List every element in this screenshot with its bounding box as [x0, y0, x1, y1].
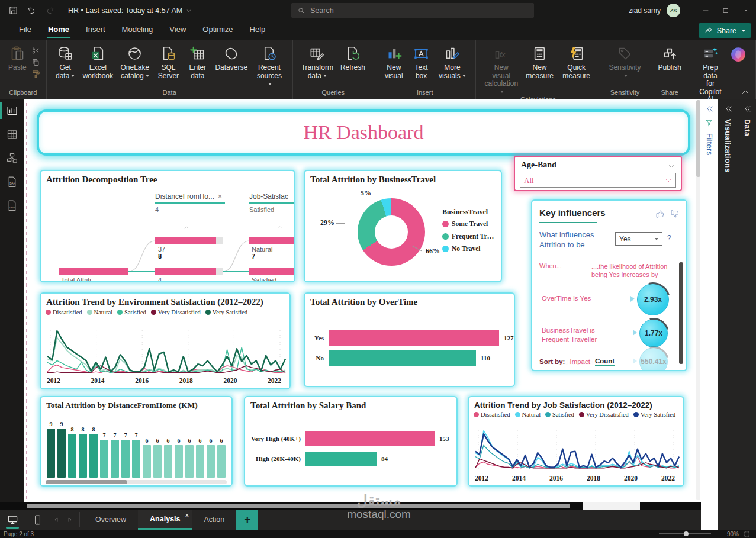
bar[interactable]	[175, 445, 183, 478]
dax-query-view-button[interactable]: DAX	[0, 170, 24, 194]
impact-bubble[interactable]: 2.93x	[637, 284, 669, 315]
legend-item[interactable]: Some Travel	[442, 220, 494, 227]
legend-item[interactable]: Very Dissatisfied	[151, 309, 201, 315]
document-title[interactable]: HR • Last saved: Today at 4:57 AM	[68, 7, 192, 15]
chevron-down-icon[interactable]	[668, 163, 675, 170]
business-travel-donut-visual[interactable]: Total Attrition by BusinessTravel 5% 29%…	[304, 170, 502, 282]
thumbs-down-icon[interactable]	[670, 209, 680, 219]
scrollbar[interactable]	[46, 480, 227, 484]
impact-bubble[interactable]: 550.41x	[639, 347, 668, 371]
mobile-layout-button[interactable]	[25, 510, 50, 530]
legend-item[interactable]: Satisfied	[545, 411, 574, 418]
page-tab-action[interactable]: Action	[192, 510, 237, 530]
legend-item[interactable]: Very Satisfied	[633, 411, 675, 418]
salary-band-bar-visual[interactable]: Total Attrition by Salary Band Very High…	[244, 396, 458, 487]
bar[interactable]	[207, 445, 215, 478]
influencer-factor[interactable]: BusinessTravel is Frequent Traveller	[542, 326, 617, 344]
legend-item[interactable]: Dissatisfied	[46, 309, 82, 315]
legend-item[interactable]: Natural	[515, 411, 541, 418]
line-chart[interactable]	[46, 328, 287, 375]
prep-data-for-copilot-ai-button[interactable]: Prep data for Copilot AI	[695, 44, 726, 104]
bar[interactable]	[329, 350, 476, 366]
close-button[interactable]	[736, 0, 756, 21]
user-name[interactable]: ziad samy	[629, 7, 661, 15]
share-button[interactable]: Share	[699, 23, 751, 38]
report-view-button[interactable]	[0, 99, 24, 123]
enter-data-button[interactable]: Enter data	[184, 44, 211, 80]
desktop-layout-button[interactable]	[0, 510, 25, 530]
tree-node-bar-root[interactable]	[59, 268, 128, 275]
save-icon[interactable]	[8, 5, 18, 15]
menu-item-file[interactable]: File	[11, 21, 40, 40]
model-view-button[interactable]	[0, 146, 24, 170]
influencer-factor[interactable]: OverTime is Yes	[542, 294, 617, 303]
excel-workbook-button[interactable]: Excel workbook	[79, 44, 117, 80]
dataverse-button[interactable]: Dataverse	[211, 44, 251, 72]
donut-chart[interactable]	[358, 198, 425, 266]
bar[interactable]	[121, 440, 130, 478]
legend-item[interactable]: Very Satisfied	[205, 309, 247, 315]
legend-item[interactable]: Satisfied	[117, 309, 146, 315]
decomposition-tree-visual[interactable]: Attrition Decomposition Tree DistanceFro…	[40, 170, 295, 282]
copilot-button[interactable]	[726, 44, 751, 63]
minimize-button[interactable]	[696, 0, 716, 21]
menu-item-home[interactable]: Home	[40, 21, 78, 40]
undo-icon[interactable]	[27, 5, 37, 15]
zoom-out-icon[interactable]	[648, 531, 654, 537]
bar[interactable]	[89, 434, 98, 478]
maximize-button[interactable]	[716, 0, 736, 21]
onelake-catalog-button[interactable]: OneLake catalog	[117, 44, 153, 80]
page-tab-analysis[interactable]: Analysisx	[138, 510, 192, 530]
previous-page-button[interactable]	[50, 510, 63, 530]
tree-node-bar[interactable]	[249, 268, 294, 275]
redo-icon[interactable]	[45, 5, 55, 15]
sql-server-button[interactable]: SQL Server	[153, 44, 184, 80]
sort-impact-link[interactable]: Impact	[570, 358, 590, 365]
bar[interactable]	[153, 445, 162, 478]
next-page-button[interactable]	[63, 510, 76, 530]
data-pane-collapsed[interactable]: Data	[738, 99, 756, 530]
publish-button[interactable]: Publish	[654, 44, 684, 72]
legend-item[interactable]: Very Dissatisfied	[579, 411, 629, 418]
visualizations-pane-collapsed[interactable]: Visualizations	[718, 99, 738, 530]
bar[interactable]	[111, 440, 119, 478]
scissors-icon[interactable]	[31, 46, 40, 55]
overtime-bar-visual[interactable]: Total Attrition by OverTime Yes127No110	[304, 292, 515, 387]
bar[interactable]	[196, 445, 204, 478]
legend-item[interactable]: No Travel	[442, 245, 494, 252]
impact-bubble[interactable]: 1.77x	[639, 319, 668, 347]
bar[interactable]	[305, 431, 435, 446]
new-visual-button[interactable]: New visual	[379, 44, 409, 80]
copy-icon[interactable]	[31, 58, 40, 67]
report-canvas[interactable]: HR Dashboard Age-Band All Attrition Deco…	[24, 99, 701, 502]
new-measure-button[interactable]: New measure	[522, 44, 558, 80]
tree-node-bar[interactable]	[249, 237, 294, 244]
bar[interactable]	[217, 445, 226, 478]
bar[interactable]	[185, 445, 194, 478]
bar[interactable]	[132, 440, 140, 478]
bar[interactable]	[68, 434, 76, 478]
bar[interactable]	[329, 330, 499, 346]
avatar[interactable]: ZS	[667, 4, 680, 17]
canvas-vertical-scrollbar[interactable]	[696, 100, 700, 500]
line-chart[interactable]	[474, 428, 681, 471]
format-painter-icon[interactable]	[31, 70, 40, 79]
bar[interactable]	[79, 434, 87, 478]
page-tab-overview[interactable]: Overview	[83, 510, 138, 530]
legend-item[interactable]: Dissatisfied	[474, 411, 510, 418]
more-visuals-button[interactable]: More visuals	[433, 44, 471, 80]
tree-node-bar[interactable]	[155, 268, 216, 275]
table-view-button[interactable]	[0, 123, 24, 146]
new-page-button[interactable]: +	[236, 510, 258, 530]
text-box-button[interactable]: Text box	[409, 44, 434, 80]
zoom-in-icon[interactable]	[716, 531, 722, 537]
refresh-button[interactable]: Refresh	[337, 44, 369, 72]
help-icon[interactable]: ?	[667, 234, 671, 242]
fit-to-page-icon[interactable]	[744, 531, 750, 537]
quick-measure-button[interactable]: Quick measure	[558, 44, 595, 80]
canvas-horizontal-scrollbar[interactable]	[0, 502, 701, 510]
job-satisfaction-trend-visual[interactable]: Attrition Trend by Job Satisfaction (201…	[468, 396, 684, 487]
filters-pane-collapsed[interactable]: Filters	[701, 99, 718, 530]
bar[interactable]	[164, 445, 172, 478]
report-title-banner[interactable]: HR Dashboard	[37, 109, 690, 156]
